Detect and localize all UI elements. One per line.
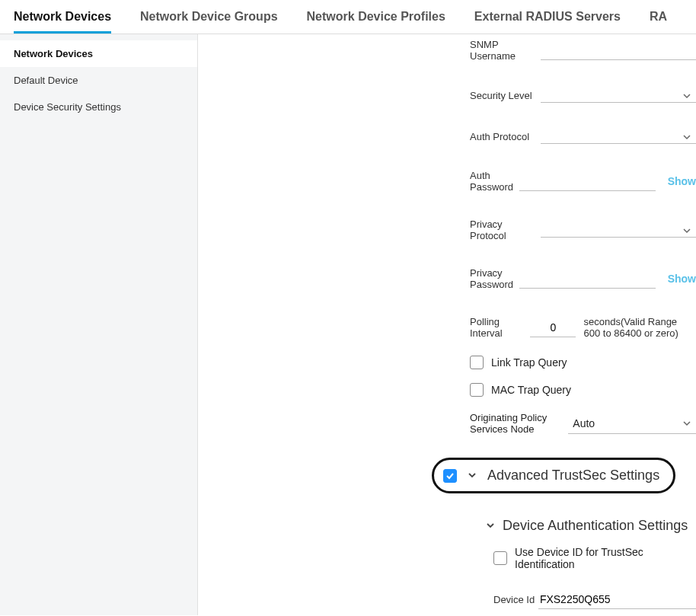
originating-node-select[interactable]: Auto [568,413,696,434]
link-trap-query-label: Link Trap Query [491,356,567,369]
device-auth-settings-title: Device Authentication Settings [503,518,688,534]
field-privacy-password: Privacy Password Show [198,267,696,290]
field-polling-interval: Polling Interval seconds(Valid Range 600… [198,316,696,339]
content-pane: SNMP Username Security Level Auth Protoc… [198,34,696,615]
field-security-level: Security Level [198,88,696,103]
field-originating-node: Originating Policy Services Node Auto [198,412,696,435]
chevron-down-icon [486,518,495,534]
advanced-trustsec-header[interactable]: Advanced TrustSec Settings [432,458,675,493]
sidebar-item-device-security-settings[interactable]: Device Security Settings [0,94,197,120]
polling-interval-input[interactable] [530,318,576,337]
field-snmp-username: SNMP Username [198,39,696,62]
device-id-label: Device Id [493,594,538,605]
link-trap-query-checkbox[interactable] [470,356,484,369]
advanced-trustsec-title: Advanced TrustSec Settings [487,468,659,484]
tab-network-device-profiles[interactable]: Network Device Profiles [307,1,445,33]
auth-protocol-label: Auth Protocol [470,131,541,142]
field-privacy-protocol: Privacy Protocol [198,219,696,241]
device-id-row: Device Id [486,590,696,609]
advanced-trustsec-checkbox[interactable] [443,469,457,483]
tab-bar: Network Devices Network Device Groups Ne… [0,0,696,34]
chevron-down-icon [468,470,477,482]
auth-password-input[interactable] [519,172,656,191]
snmp-username-label: SNMP Username [470,39,541,62]
polling-interval-label: Polling Interval [470,316,530,339]
use-device-id-row: Use Device ID for TrustSec Identificatio… [486,546,696,570]
privacy-password-label: Privacy Password [470,267,519,290]
mac-trap-query-checkbox[interactable] [470,383,484,397]
polling-interval-hint: seconds(Valid Range 600 to 86400 or zero… [583,316,696,339]
privacy-protocol-select[interactable] [541,222,696,238]
field-auth-protocol: Auth Protocol [198,129,696,144]
auth-password-show[interactable]: Show [668,175,696,187]
tab-network-device-groups[interactable]: Network Device Groups [140,1,278,33]
sidebar-item-network-devices[interactable]: Network Devices [0,40,197,67]
chevron-down-icon [682,418,691,430]
main-area: Network Devices Default Device Device Se… [0,34,696,615]
privacy-protocol-label: Privacy Protocol [470,219,541,241]
privacy-password-input[interactable] [519,270,656,289]
use-device-id-checkbox[interactable] [493,551,507,565]
link-trap-query-row: Link Trap Query [198,356,696,369]
security-level-label: Security Level [470,90,541,101]
auth-protocol-select[interactable] [541,129,696,144]
sidebar: Network Devices Default Device Device Se… [0,34,198,615]
check-icon [445,471,455,480]
tab-network-devices[interactable]: Network Devices [14,1,111,33]
privacy-password-show[interactable]: Show [668,273,696,285]
chevron-down-icon [682,225,691,238]
mac-trap-query-row: MAC Trap Query [198,383,696,397]
device-auth-settings: Device Authentication Settings Use Devic… [198,518,696,615]
snmp-username-input[interactable] [541,41,696,60]
chevron-down-icon [682,91,691,103]
originating-node-label: Originating Policy Services Node [470,412,556,435]
sidebar-item-default-device[interactable]: Default Device [0,67,197,94]
auth-password-label: Auth Password [470,170,519,193]
device-auth-settings-header[interactable]: Device Authentication Settings [486,518,696,534]
originating-node-value: Auto [573,417,595,429]
mac-trap-query-label: MAC Trap Query [491,384,571,396]
chevron-down-icon [682,132,691,144]
tab-ra-truncated[interactable]: RA [650,1,667,33]
field-auth-password: Auth Password Show [198,170,696,193]
use-device-id-label: Use Device ID for TrustSec Identificatio… [515,546,696,570]
security-level-select[interactable] [541,88,696,103]
tab-external-radius-servers[interactable]: External RADIUS Servers [474,1,621,33]
device-id-input[interactable] [538,590,696,609]
